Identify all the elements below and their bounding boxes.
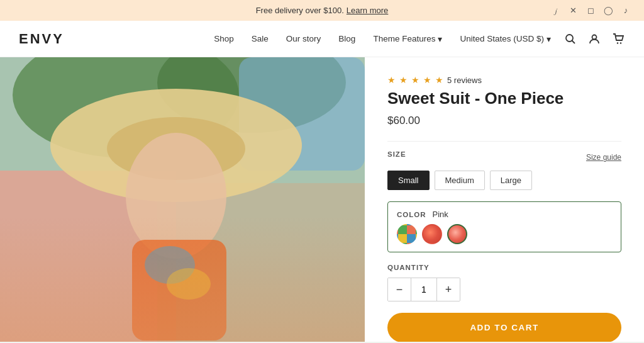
product-reviews: ★ ★ ★ ★ ★ 5 reviews: [387, 75, 621, 85]
color-swatches: [397, 224, 467, 244]
announcement-link[interactable]: Learn more: [347, 6, 388, 15]
quantity-label: QUANTITY: [387, 264, 621, 271]
main-nav: Shop Sale Our story Blog Theme Features …: [214, 34, 564, 44]
svg-line-1: [572, 40, 575, 43]
color-selected-name: Pink: [433, 210, 448, 219]
quantity-value: 1: [411, 278, 437, 301]
svg-point-3: [617, 42, 618, 43]
product-price: $60.00: [387, 115, 621, 127]
cart-icon[interactable]: [611, 32, 625, 46]
search-icon[interactable]: [564, 32, 577, 46]
account-icon[interactable]: [587, 32, 601, 46]
nav-shop[interactable]: Shop: [214, 34, 234, 44]
svg-point-13: [126, 133, 226, 259]
logo[interactable]: ENVY: [19, 31, 64, 47]
size-large-button[interactable]: Large: [490, 171, 532, 190]
facebook-icon[interactable]: 𝓳: [550, 5, 561, 16]
social-icons: 𝓳 ✕ ◻ ◯ ♪: [550, 5, 631, 16]
region-chevron-icon: ▾: [547, 34, 551, 44]
product-title: Sweet Suit - One Piece: [387, 89, 621, 108]
swatch-pink[interactable]: [447, 224, 467, 244]
reviews-count[interactable]: 5 reviews: [447, 76, 482, 85]
nav-our-story[interactable]: Our story: [286, 34, 321, 44]
product-image-area: [0, 57, 365, 342]
svg-point-16: [167, 268, 211, 300]
quantity-increase-button[interactable]: +: [437, 278, 460, 301]
nav-region[interactable]: United States (USD $) ▾: [460, 34, 551, 44]
add-to-cart-button[interactable]: ADD TO CART: [387, 313, 621, 342]
swatch-blue-multi[interactable]: [422, 224, 442, 244]
instagram-icon[interactable]: ◻: [585, 5, 596, 16]
quantity-section: QUANTITY − 1 +: [387, 264, 621, 301]
star-2: ★: [399, 75, 408, 85]
header: ENVY Shop Sale Our story Blog Theme Feat…: [0, 21, 644, 57]
svg-point-4: [620, 42, 621, 43]
svg-point-0: [566, 35, 573, 42]
star-5: ★: [435, 75, 443, 85]
x-twitter-icon[interactable]: ✕: [567, 5, 579, 16]
size-options: Small Medium Large: [387, 171, 621, 190]
color-section: COLOR Pink: [387, 201, 621, 252]
star-3: ★: [411, 75, 419, 85]
snapchat-icon[interactable]: ◯: [602, 5, 614, 16]
main-content: ★ ★ ★ ★ ★ 5 reviews Sweet Suit - One Pie…: [0, 57, 644, 342]
size-medium-button[interactable]: Medium: [435, 171, 485, 190]
swatch-multi[interactable]: [397, 224, 417, 244]
chevron-down-icon: ▾: [438, 34, 442, 44]
nav-theme-features[interactable]: Theme Features ▾: [373, 34, 442, 44]
announcement-text: Free delivery over $100.: [256, 6, 344, 15]
color-label: COLOR: [397, 211, 426, 218]
svg-rect-14: [132, 240, 226, 340]
size-guide-link[interactable]: Size guide: [586, 153, 621, 162]
size-label: SIZE: [387, 150, 406, 158]
svg-point-2: [592, 35, 597, 39]
color-section-content: COLOR Pink: [397, 210, 467, 244]
quantity-control: − 1 +: [387, 278, 460, 301]
size-section-header: SIZE Size guide: [387, 150, 621, 164]
nav-sale[interactable]: Sale: [252, 34, 269, 44]
svg-point-15: [145, 246, 195, 284]
star-4: ★: [423, 75, 431, 85]
announcement-bar: Free delivery over $100. Learn more 𝓳 ✕ …: [0, 0, 644, 21]
color-header-row: COLOR Pink: [397, 210, 467, 219]
product-image: [0, 57, 365, 342]
product-detail-panel: ★ ★ ★ ★ ★ 5 reviews Sweet Suit - One Pie…: [365, 57, 644, 342]
quantity-decrease-button[interactable]: −: [388, 278, 411, 301]
tiktok-icon[interactable]: ♪: [620, 5, 631, 16]
size-small-button[interactable]: Small: [387, 171, 430, 190]
header-icons: [564, 32, 625, 46]
star-1: ★: [387, 75, 396, 85]
nav-blog[interactable]: Blog: [338, 34, 355, 44]
